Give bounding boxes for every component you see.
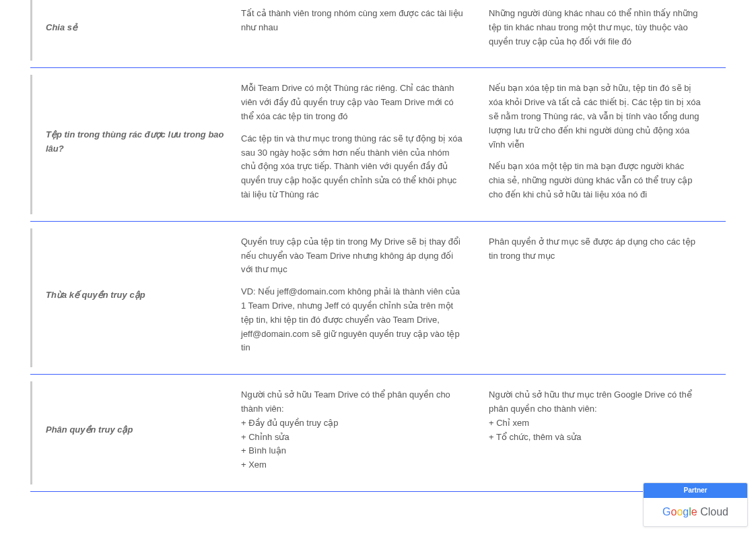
row-permissions: Phân quyền truy cập Người chủ sở hữu Tea…: [30, 381, 726, 484]
text: Mỗi Team Drive có một Thùng rác riêng. C…: [241, 82, 466, 123]
comparison-table: Chia sẻ Tất cả thành viên trong nhóm cùn…: [0, 0, 756, 492]
row-trash: Tệp tin trong thùng rác được lưu trong b…: [30, 75, 726, 214]
text: VD: Nếu jeff@domain.com không phải là th…: [241, 285, 466, 355]
cell-team-drive: Mỗi Team Drive có một Thùng rác riêng. C…: [241, 82, 477, 201]
cell-my-drive: Nếu bạn xóa tệp tin mà bạn sở hữu, tệp t…: [477, 82, 712, 201]
row-label: Phân quyền truy cập: [32, 388, 241, 472]
divider: [30, 67, 726, 68]
row-label: Thừa kế quyền truy cập: [32, 235, 241, 355]
divider: [30, 491, 726, 492]
cell-team-drive: Tất cả thành viên trong nhóm cùng xem đư…: [241, 7, 477, 49]
text: + Tổ chức, thêm và sửa: [489, 431, 701, 445]
text: Phân quyền ở thư mục sẽ được áp dụng cho…: [489, 235, 701, 263]
logo-cloud: Cloud: [697, 506, 728, 517]
logo-letter: e: [691, 506, 697, 517]
text: Quyền truy cập của tệp tin trong My Driv…: [241, 235, 466, 277]
logo-letter: G: [662, 506, 671, 517]
text: Người chủ sở hữu Team Drive có thể phân …: [241, 388, 466, 416]
logo-letter: g: [683, 506, 689, 517]
row-share: Chia sẻ Tất cả thành viên trong nhóm cùn…: [30, 0, 726, 61]
cell-my-drive: Người chủ sở hữu thư mục trên Google Dri…: [477, 388, 712, 472]
text: Tất cả thành viên trong nhóm cùng xem đư…: [241, 7, 466, 35]
divider: [30, 221, 726, 222]
cell-team-drive: Người chủ sở hữu Team Drive có thể phân …: [241, 388, 477, 472]
cell-team-drive: Quyền truy cập của tệp tin trong My Driv…: [241, 235, 477, 355]
cell-my-drive: Phân quyền ở thư mục sẽ được áp dụng cho…: [477, 235, 712, 355]
divider: [30, 374, 726, 375]
row-inherit-access: Thừa kế quyền truy cập Quyền truy cập củ…: [30, 228, 726, 367]
text: + Đầy đủ quyền truy cập: [241, 416, 466, 431]
row-label: Tệp tin trong thùng rác được lưu trong b…: [32, 82, 241, 201]
badge-header: Partner: [644, 483, 747, 498]
text: + Bình luận: [241, 444, 466, 458]
row-label: Chia sẻ: [32, 7, 241, 49]
text: + Xem: [241, 458, 466, 472]
logo-letter: o: [677, 506, 683, 517]
text: Nếu bạn xóa một tệp tin mà bạn được ngườ…: [489, 160, 701, 201]
text: + Chỉnh sửa: [241, 431, 466, 445]
text: Nếu bạn xóa tệp tin mà bạn sở hữu, tệp t…: [489, 82, 701, 152]
text: + Chỉ xem: [489, 416, 701, 431]
text: Các tệp tin và thư mục trong thùng rác s…: [241, 132, 466, 202]
partner-badge: Partner Google Cloud: [643, 482, 748, 527]
badge-brand: Google Cloud: [644, 498, 747, 526]
text: Những người dùng khác nhau có thể nhìn t…: [489, 7, 701, 49]
text: Người chủ sở hữu thư mục trên Google Dri…: [489, 388, 701, 416]
cell-my-drive: Những người dùng khác nhau có thể nhìn t…: [477, 7, 712, 49]
